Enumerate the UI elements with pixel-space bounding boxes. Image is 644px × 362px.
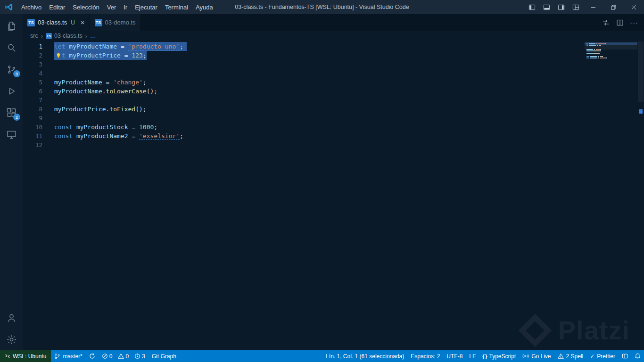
language-mode-item[interactable]: { } TypeScript: [479, 350, 519, 362]
code-line-9[interactable]: 9: [23, 114, 644, 123]
breadcrumb-src[interactable]: src: [30, 33, 38, 39]
menu-selección[interactable]: Selección: [69, 0, 103, 14]
code-line-5[interactable]: 5myProductName = 'change';: [23, 78, 644, 87]
indentation-item[interactable]: Espacios: 2: [407, 350, 443, 362]
toggle-panel-icon[interactable]: [539, 0, 554, 14]
source-control-badge: 8: [13, 70, 20, 77]
encoding-item[interactable]: UTF-8: [443, 350, 466, 362]
prettier-item[interactable]: ✓ Prettier: [586, 350, 619, 362]
minimize-button[interactable]: [583, 0, 603, 14]
remote-explorer-icon[interactable]: [0, 123, 23, 145]
line-number: 7: [23, 96, 42, 105]
open-changes-icon[interactable]: [600, 16, 612, 29]
search-icon[interactable]: [0, 37, 23, 58]
sync-icon: [89, 353, 95, 359]
overview-ruler-mark: [639, 109, 643, 114]
layout-status-item[interactable]: [619, 350, 631, 362]
line-number: 6: [23, 87, 42, 96]
line-content: myProductName = 'change';: [54, 78, 147, 87]
breadcrumb-symbol[interactable]: …: [90, 33, 96, 39]
settings-gear-icon[interactable]: [0, 329, 23, 350]
code-line-3[interactable]: 3: [23, 60, 644, 69]
explorer-icon[interactable]: [0, 15, 23, 37]
spell-checker-item[interactable]: 2 Spell: [554, 350, 587, 362]
info-icon: [134, 353, 140, 359]
git-branch-icon: [54, 353, 60, 360]
more-actions-icon[interactable]: ···: [628, 16, 640, 29]
accounts-icon[interactable]: [0, 307, 23, 329]
activity-bar: 8 2: [0, 14, 23, 350]
toggle-secondary-sidebar-icon[interactable]: [554, 0, 569, 14]
minimap[interactable]: [585, 42, 637, 59]
status-left: WSL: Ubuntu master* 0 0: [0, 350, 180, 362]
line-number: 4: [23, 69, 42, 78]
git-branch-item[interactable]: master*: [51, 350, 85, 362]
toggle-sidebar-icon[interactable]: [525, 0, 539, 14]
check-icon: ✓: [590, 353, 594, 360]
tab-03-class[interactable]: TS 03-class.ts U ×: [23, 14, 90, 31]
code-area[interactable]: 1let myProductName = 'producto uno';2let…: [23, 41, 644, 350]
line-number: 9: [23, 114, 42, 123]
code-line-11[interactable]: 11const myProductName2 = 'exselsior';: [23, 132, 644, 140]
restore-button[interactable]: [603, 0, 624, 14]
code-line-7[interactable]: 7: [23, 96, 644, 105]
line-content: const myProductName2 = 'exselsior';: [54, 132, 183, 140]
source-control-icon[interactable]: 8: [0, 58, 23, 80]
cursor-position-item[interactable]: Lín. 1, Col. 1 (61 seleccionada): [322, 350, 407, 362]
line-number: 8: [23, 105, 42, 114]
line-number: 3: [23, 60, 42, 69]
line-number: 1: [23, 42, 42, 51]
code-line-12[interactable]: 12: [23, 140, 644, 149]
menu-terminal[interactable]: Terminal: [161, 0, 192, 14]
status-bar: WSL: Ubuntu master* 0 0: [0, 350, 644, 362]
remote-indicator[interactable]: WSL: Ubuntu: [0, 350, 51, 362]
line-content: myProductName.toLowerCase();: [54, 87, 157, 96]
line-number: 2: [23, 51, 42, 60]
extensions-icon[interactable]: 2: [0, 102, 23, 123]
menu-editar[interactable]: Editar: [45, 0, 69, 14]
code-line-8[interactable]: 8myProductPrice.toFixed();: [23, 105, 644, 114]
sync-changes-item[interactable]: [86, 350, 99, 362]
typescript-icon: TS: [27, 19, 35, 26]
menu-ir[interactable]: Ir: [120, 0, 131, 14]
tab-close-icon[interactable]: ×: [81, 19, 85, 26]
code-line-6[interactable]: 6myProductName.toLowerCase();: [23, 87, 644, 96]
code-line-10[interactable]: 10const myProductStock = 1000;: [23, 123, 644, 132]
error-icon: [102, 353, 108, 359]
status-right: Lín. 1, Col. 1 (61 seleccionada) Espacio…: [322, 350, 644, 362]
vertical-scrollbar[interactable]: [637, 41, 644, 350]
go-live-item[interactable]: Go Live: [519, 350, 554, 362]
split-editor-icon[interactable]: [614, 16, 626, 29]
run-debug-icon[interactable]: [0, 80, 23, 102]
problems-item[interactable]: 0 0 3: [99, 350, 149, 362]
extensions-badge: 2: [13, 114, 20, 121]
tab-03-demo[interactable]: TS 03-demo.ts: [90, 14, 141, 31]
notifications-item[interactable]: [631, 350, 644, 362]
menu-ver[interactable]: Ver: [103, 0, 120, 14]
tab-bar: TS 03-class.ts U × TS 03-demo.ts ·: [23, 14, 644, 31]
git-graph-item[interactable]: Git Graph: [149, 350, 180, 362]
line-content: let myProductPrice = 123;: [54, 51, 147, 60]
breadcrumb-file[interactable]: TS 03-class.ts: [46, 33, 83, 39]
menu-ejecutar[interactable]: Ejecutar: [131, 0, 161, 14]
lightbulb-icon[interactable]: [54, 51, 62, 60]
close-button[interactable]: [624, 0, 644, 14]
code-line-1[interactable]: 1let myProductName = 'producto uno';: [23, 42, 644, 51]
editor-actions: ···: [600, 14, 644, 31]
menu-archivo[interactable]: Archivo: [17, 0, 45, 14]
editor-column: TS 03-class.ts U × TS 03-demo.ts ·: [23, 14, 644, 350]
warning-icon: [118, 353, 124, 359]
braces-icon: { }: [482, 354, 487, 359]
code-line-2[interactable]: 2let myProductPrice = 123;: [23, 51, 644, 60]
customize-layout-icon[interactable]: [569, 0, 583, 14]
git-untracked-badge: U: [71, 19, 75, 26]
remote-icon: [5, 353, 10, 359]
vscode-logo-icon: [5, 3, 13, 11]
tab-label: 03-class.ts: [38, 19, 67, 26]
eol-item[interactable]: LF: [466, 350, 479, 362]
line-content: const myProductStock = 1000;: [54, 123, 157, 132]
scrollbar-thumb[interactable]: [638, 41, 644, 102]
spell-warning-icon: [558, 353, 564, 359]
menu-ayuda[interactable]: Ayuda: [192, 0, 217, 14]
code-line-4[interactable]: 4: [23, 69, 644, 78]
